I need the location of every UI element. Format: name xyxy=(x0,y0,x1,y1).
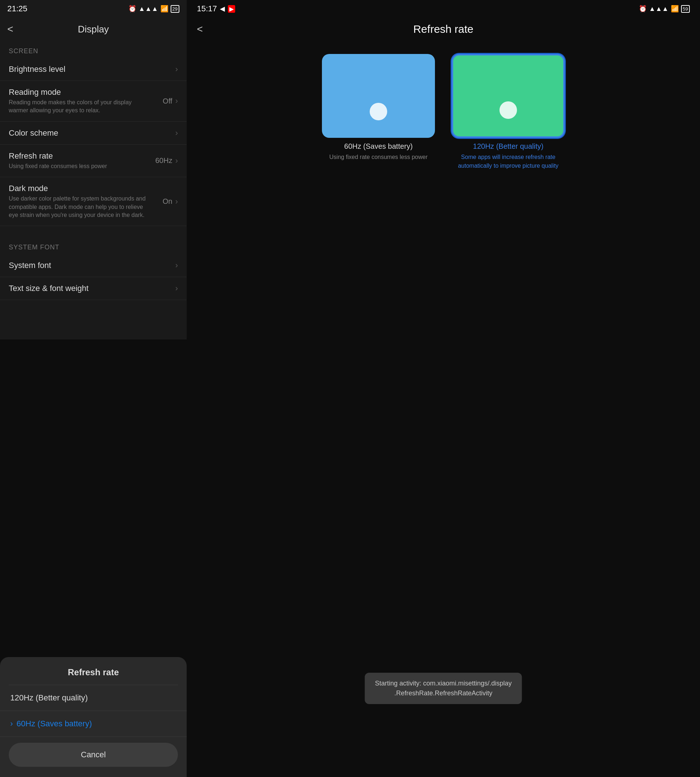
brightness-chevron: › xyxy=(175,65,178,74)
dialog-option-60hz[interactable]: › 60Hz (Saves battery) xyxy=(0,711,187,737)
dialog-cancel-button[interactable]: Cancel xyxy=(9,743,178,767)
60hz-card-label: 60Hz (Saves battery) xyxy=(344,142,413,150)
right-status-icons: ⏰ ▲▲▲ 📶 59 xyxy=(639,5,690,13)
right-alarm-icon: ⏰ xyxy=(639,5,647,13)
right-nav-bar: < Refresh rate xyxy=(187,17,700,41)
wifi-icon: 📶 xyxy=(160,5,168,13)
battery-icon: 29 xyxy=(171,5,179,13)
120hz-card[interactable]: 120Hz (Better quality) Some apps will in… xyxy=(450,54,567,170)
system-font-chevron: › xyxy=(175,261,178,270)
left-panel: 21:25 ⏰ ▲▲▲ 📶 29 < Display SCREEN Bright… xyxy=(0,0,187,777)
right-battery-value: 59 xyxy=(683,6,688,12)
right-signal-icon: ▲▲▲ xyxy=(649,5,668,13)
60hz-card-dot xyxy=(370,103,387,120)
signal-icon: ▲▲▲ xyxy=(138,5,158,13)
text-size-item[interactable]: Text size & font weight › xyxy=(0,277,187,300)
refresh-rate-title: Refresh rate xyxy=(9,151,155,161)
reading-mode-title: Reading mode xyxy=(9,87,163,97)
60hz-card-visual xyxy=(322,54,435,138)
right-status-bar: 15:17 ◀ ▶ ⏰ ▲▲▲ 📶 59 xyxy=(187,0,700,17)
color-scheme-item[interactable]: Color scheme › xyxy=(0,122,187,145)
60hz-card[interactable]: 60Hz (Saves battery) Using fixed rate co… xyxy=(320,54,437,170)
reading-mode-value: Off xyxy=(163,97,172,105)
refresh-rate-subtitle: Using fixed rate consumes less power xyxy=(9,162,147,170)
refresh-rate-item[interactable]: Refresh rate Using fixed rate consumes l… xyxy=(0,145,187,177)
right-youtube-icon: ▶ xyxy=(228,5,235,13)
60hz-card-desc: Using fixed rate consumes less power xyxy=(329,153,427,162)
left-page-title: Display xyxy=(78,24,108,35)
left-time: 21:25 xyxy=(7,4,27,13)
dark-mode-chevron: › xyxy=(175,197,178,207)
dark-mode-title: Dark mode xyxy=(9,184,163,193)
120hz-card-dot xyxy=(500,102,517,119)
color-scheme-chevron: › xyxy=(175,128,178,138)
right-page-title: Refresh rate xyxy=(413,23,473,35)
text-size-title: Text size & font weight xyxy=(9,283,175,293)
text-size-chevron: › xyxy=(175,283,178,293)
dialog-option-120hz[interactable]: 120Hz (Better quality) xyxy=(0,685,187,711)
toast-line2: .RefreshRate.RefreshRateActivity xyxy=(375,689,512,698)
left-status-icons: ⏰ ▲▲▲ 📶 29 xyxy=(128,5,179,13)
right-panel: 15:17 ◀ ▶ ⏰ ▲▲▲ 📶 59 < Refresh rate 60Hz… xyxy=(187,0,700,777)
system-font-section-label: SYSTEM FONT xyxy=(0,237,187,254)
brightness-item[interactable]: Brightness level › xyxy=(0,58,187,81)
right-back-button[interactable]: < xyxy=(197,23,203,35)
dialog-cancel-label: Cancel xyxy=(81,750,106,759)
refresh-rate-chevron: › xyxy=(175,156,178,165)
toast-notification: Starting activity: com.xiaomi.misettings… xyxy=(365,673,522,704)
color-scheme-title: Color scheme xyxy=(9,128,175,138)
reading-mode-chevron: › xyxy=(175,96,178,106)
alarm-icon: ⏰ xyxy=(128,5,137,13)
refresh-rate-dialog: Refresh rate 120Hz (Better quality) › 60… xyxy=(0,657,187,777)
dialog-title: Refresh rate xyxy=(9,667,178,685)
check-icon: › xyxy=(10,719,13,729)
120hz-card-label: 120Hz (Better quality) xyxy=(473,142,543,150)
reading-mode-subtitle: Reading mode makes the colors of your di… xyxy=(9,98,147,115)
right-time: 15:17 xyxy=(197,4,217,13)
system-font-title: System font xyxy=(9,261,175,270)
battery-value: 29 xyxy=(172,6,178,12)
screen-section-label: SCREEN xyxy=(0,41,187,58)
brightness-title: Brightness level xyxy=(9,65,175,74)
left-status-bar: 21:25 ⏰ ▲▲▲ 📶 29 xyxy=(0,0,187,17)
option-60hz-label: 60Hz (Saves battery) xyxy=(17,719,92,729)
dialog-overlay: Refresh rate 120Hz (Better quality) › 60… xyxy=(0,340,187,777)
dark-mode-value: On xyxy=(163,197,172,206)
left-nav-bar: < Display xyxy=(0,17,187,41)
option-120hz-label: 120Hz (Better quality) xyxy=(10,693,88,703)
right-wifi-icon: 📶 xyxy=(671,5,679,13)
toast-line1: Starting activity: com.xiaomi.misettings… xyxy=(375,679,512,689)
cards-container: 60Hz (Saves battery) Using fixed rate co… xyxy=(187,41,700,183)
dark-mode-item[interactable]: Dark mode Use darker color palette for s… xyxy=(0,177,187,226)
system-font-item[interactable]: System font › xyxy=(0,254,187,277)
refresh-rate-value: 60Hz xyxy=(155,157,172,165)
120hz-card-visual xyxy=(452,54,565,138)
right-nav-indicator: ◀ xyxy=(220,5,225,13)
right-battery-icon: 59 xyxy=(681,5,690,13)
reading-mode-item[interactable]: Reading mode Reading mode makes the colo… xyxy=(0,81,187,122)
120hz-card-desc: Some apps will increase refresh rate aut… xyxy=(455,153,561,170)
dark-mode-subtitle: Use darker color palette for system back… xyxy=(9,195,147,219)
left-back-button[interactable]: < xyxy=(7,23,13,35)
